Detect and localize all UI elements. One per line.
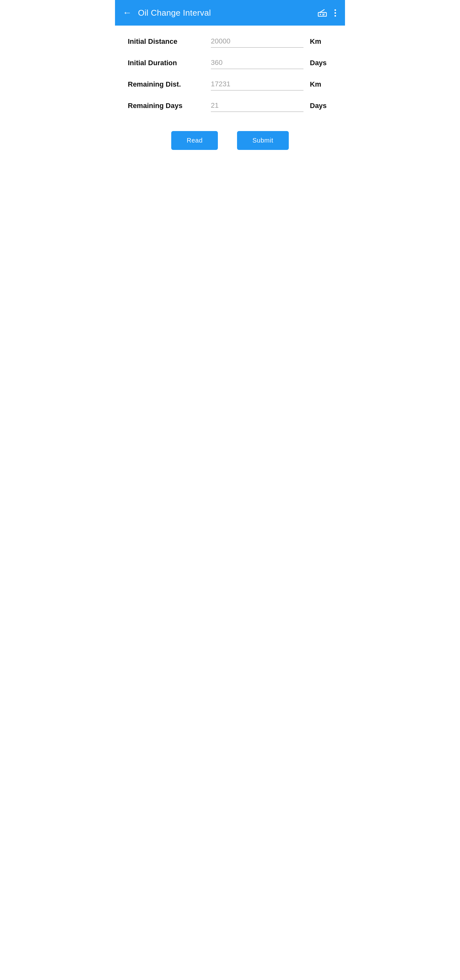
field-unit-2: Km — [310, 80, 332, 89]
svg-rect-0 — [318, 13, 327, 16]
arrow-back-icon: ← — [123, 8, 132, 18]
dot-3 — [335, 15, 336, 17]
buttons-section: Read Submit — [128, 128, 332, 150]
field-label-1: Initial Duration — [128, 59, 205, 67]
form-row: Remaining Dist.Km — [128, 78, 332, 94]
app-bar-actions — [318, 8, 337, 18]
read-button[interactable]: Read — [171, 131, 218, 150]
field-input-wrapper-1 — [211, 57, 303, 69]
radio-icon — [318, 9, 327, 17]
field-input-wrapper-3 — [211, 99, 303, 112]
field-input-0[interactable] — [211, 35, 303, 48]
form-row: Remaining DaysDays — [128, 99, 332, 115]
field-unit-1: Days — [310, 59, 332, 67]
field-input-3[interactable] — [211, 99, 303, 112]
field-unit-0: Km — [310, 37, 332, 46]
radio-button[interactable] — [318, 9, 327, 17]
svg-rect-2 — [322, 14, 325, 14]
form-row: Initial DurationDays — [128, 57, 332, 72]
form-fields: Initial DistanceKmInitial DurationDaysRe… — [128, 35, 332, 115]
page-title: Oil Change Interval — [138, 8, 318, 18]
form-row: Initial DistanceKm — [128, 35, 332, 51]
svg-point-1 — [320, 14, 321, 15]
back-button[interactable]: ← — [123, 8, 132, 18]
submit-button[interactable]: Submit — [237, 131, 289, 150]
app-bar: ← Oil Change Interval — [115, 0, 345, 25]
field-input-1[interactable] — [211, 57, 303, 69]
field-unit-3: Days — [310, 102, 332, 110]
dot-2 — [335, 12, 336, 14]
more-options-button[interactable] — [333, 8, 337, 18]
svg-rect-3 — [322, 15, 324, 15]
field-label-0: Initial Distance — [128, 37, 205, 46]
field-input-2[interactable] — [211, 78, 303, 91]
field-input-wrapper-0 — [211, 35, 303, 48]
field-label-3: Remaining Days — [128, 102, 205, 110]
field-label-2: Remaining Dist. — [128, 80, 205, 89]
dot-1 — [335, 9, 336, 11]
main-content: Initial DistanceKmInitial DurationDaysRe… — [115, 25, 345, 163]
field-input-wrapper-2 — [211, 78, 303, 91]
